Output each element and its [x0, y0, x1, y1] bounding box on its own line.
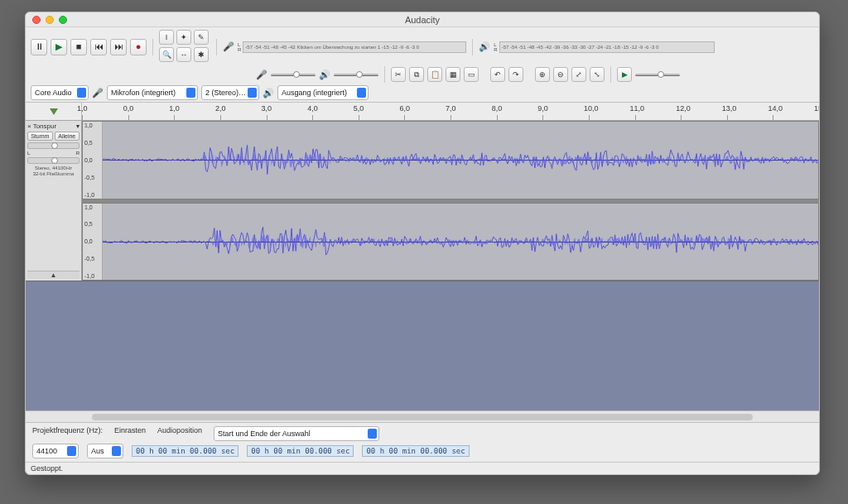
- multi-icon: ✱: [198, 50, 205, 59]
- pencil-icon: ✎: [198, 33, 205, 41]
- window-title: Audacity: [26, 15, 819, 25]
- project-rate-label: Projektfrequenz (Hz):: [32, 426, 103, 441]
- project-rate-select[interactable]: 44100: [32, 444, 79, 458]
- waveform-left[interactable]: [103, 122, 818, 199]
- scissors-icon: ✂: [395, 70, 402, 79]
- track-area: × Tonspur ▾ Stumm Alleine LR Stereo, 441…: [26, 121, 819, 410]
- silence-icon: ▭: [468, 70, 475, 79]
- play-icon: ▶: [55, 42, 62, 51]
- selection-end-display[interactable]: 00 h 00 min 00.000 sec: [362, 445, 469, 457]
- selection-start-display[interactable]: 00 h 00 min 00.000 sec: [247, 445, 354, 457]
- draw-tool[interactable]: ✎: [194, 30, 209, 45]
- zoom-out-icon: ⊖: [557, 70, 564, 79]
- speaker-device-icon: 🔊: [263, 89, 274, 98]
- trim-icon: ▦: [450, 70, 457, 79]
- track-info: Stereo, 44100Hz 32-bit Fließkomma: [27, 166, 80, 176]
- timeline-ruler[interactable]: 1,00,01,02,03,04,05,06,07,08,09,010,011,…: [26, 103, 819, 121]
- speaker-slider-icon: 🔊: [319, 70, 330, 79]
- play-speed-slider[interactable]: [635, 74, 680, 76]
- recording-device-select[interactable]: Mikrofon (integriert): [107, 85, 198, 100]
- zoom-fit-button[interactable]: ⤡: [590, 67, 605, 82]
- silence-button[interactable]: ▭: [464, 67, 479, 82]
- undo-icon: ↶: [494, 70, 501, 79]
- zoom-sel-icon: ⤢: [576, 70, 582, 79]
- pause-button[interactable]: ⏸: [31, 39, 47, 55]
- zoom-in-button[interactable]: ⊕: [535, 67, 550, 82]
- track-collapse-button[interactable]: ▲: [27, 271, 80, 279]
- copy-button[interactable]: ⧉: [409, 67, 424, 82]
- zoom-in-icon: ⊕: [539, 70, 546, 79]
- zoom-out-button[interactable]: ⊖: [553, 67, 568, 82]
- copy-icon: ⧉: [414, 70, 419, 79]
- zoom-sel-button[interactable]: ⤢: [571, 67, 586, 82]
- status-bar: Gestoppt.: [26, 462, 819, 474]
- track-name: Tonspur: [33, 122, 75, 130]
- channels-select[interactable]: 2 (Stereo)…: [201, 85, 259, 100]
- ibeam-icon: I: [166, 33, 168, 41]
- skip-start-icon: ⏮: [94, 42, 104, 51]
- track-close-button[interactable]: ×: [27, 122, 31, 130]
- magnifier-icon: 🔍: [162, 50, 171, 59]
- ruler-pin[interactable]: [26, 103, 82, 120]
- record-button[interactable]: ●: [130, 39, 147, 55]
- channel-left[interactable]: 1,00,50,0-0,5-1,0: [82, 121, 819, 199]
- audio-position-display[interactable]: 00 h 00 min 00.000 sec: [132, 445, 238, 457]
- paste-icon: 📋: [431, 70, 440, 79]
- track-menu-button[interactable]: ▾: [76, 122, 80, 130]
- mic-device-icon: 🎤: [92, 89, 104, 98]
- redo-button[interactable]: ↷: [508, 67, 523, 82]
- redo-icon: ↷: [513, 70, 519, 79]
- zoom-fit-icon: ⤡: [594, 70, 600, 79]
- stop-icon: ■: [76, 42, 82, 51]
- stop-button[interactable]: ■: [70, 39, 87, 55]
- pan-slider[interactable]: [27, 157, 80, 164]
- toolbar-area: ⏸ ▶ ■ ⏮ ⏭ ● I ✦ ✎ 🔍 ↔ ✱ 🎤 L R -57 -54 -5…: [26, 27, 819, 103]
- selection-mode-select[interactable]: Start und Ende der Auswahl: [214, 426, 379, 441]
- recording-volume-slider[interactable]: [271, 74, 316, 76]
- track-control-panel: × Tonspur ▾ Stumm Alleine LR Stereo, 441…: [26, 121, 82, 281]
- solo-button[interactable]: Alleine: [55, 132, 80, 141]
- horizontal-scrollbar[interactable]: [26, 410, 819, 422]
- snap-select[interactable]: Aus: [87, 444, 123, 458]
- timeshift-tool[interactable]: ↔: [176, 47, 191, 62]
- snap-label: Einrasten: [114, 426, 146, 441]
- paste-button[interactable]: 📋: [427, 67, 442, 82]
- selection-toolbar: Projektfrequenz (Hz): Einrasten Audiopos…: [26, 422, 819, 462]
- cut-button[interactable]: ✂: [391, 67, 406, 82]
- mic-slider-icon: 🎤: [256, 70, 267, 79]
- envelope-tool[interactable]: ✦: [176, 30, 191, 45]
- channel-right[interactable]: 1,00,50,0-0,5-1,0: [82, 203, 819, 281]
- playback-meter[interactable]: L R -57 -54 -51 -48 -45 -42 -39 -36 -33 …: [494, 40, 714, 55]
- waveform-area[interactable]: 1,00,50,0-0,5-1,0 1,00,50,0-0,5-1,0: [82, 121, 819, 281]
- selection-tool[interactable]: I: [159, 30, 174, 45]
- amplitude-scale-right: 1,00,50,0-0,5-1,0: [83, 204, 103, 281]
- timeshift-icon: ↔: [181, 50, 188, 59]
- skip-end-icon: ⏭: [114, 42, 123, 51]
- undo-button[interactable]: ↶: [490, 67, 505, 82]
- playback-device-select[interactable]: Ausgang (integriert): [277, 85, 369, 100]
- skip-end-button[interactable]: ⏭: [110, 39, 127, 55]
- app-window: Audacity ⏸ ▶ ■ ⏮ ⏭ ● I ✦ ✎ 🔍 ↔ ✱ 🎤: [25, 12, 820, 475]
- audio-track: × Tonspur ▾ Stumm Alleine LR Stereo, 441…: [26, 121, 819, 281]
- playback-volume-slider[interactable]: [334, 74, 378, 76]
- record-icon: ●: [136, 42, 142, 51]
- zoom-tool[interactable]: 🔍: [159, 47, 174, 62]
- skip-start-button[interactable]: ⏮: [90, 39, 107, 55]
- gain-slider[interactable]: [27, 142, 80, 149]
- mute-button[interactable]: Stumm: [27, 132, 53, 141]
- recording-meter[interactable]: L R -57 -54 -51 -48 -45 -42 Klicken um Ü…: [238, 40, 466, 55]
- trim-button[interactable]: ▦: [446, 67, 460, 82]
- pin-icon: [50, 108, 58, 115]
- play-at-speed-button[interactable]: ▶: [617, 67, 632, 82]
- speaker-icon: 🔊: [479, 42, 490, 51]
- play-at-icon: ▶: [622, 70, 628, 79]
- multi-tool[interactable]: ✱: [194, 47, 209, 62]
- audio-position-label: Audioposition: [157, 426, 202, 441]
- play-button[interactable]: ▶: [51, 39, 67, 55]
- audio-host-select[interactable]: Core Audio: [31, 85, 89, 100]
- waveform-right[interactable]: [103, 204, 818, 281]
- mic-icon: 🎤: [223, 42, 234, 51]
- amplitude-scale-left: 1,00,50,0-0,5-1,0: [83, 122, 103, 199]
- envelope-icon: ✦: [181, 33, 187, 41]
- titlebar: Audacity: [26, 12, 819, 27]
